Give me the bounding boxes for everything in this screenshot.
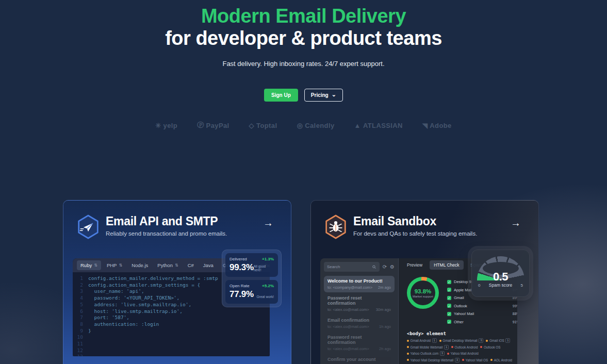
line-number: 2: [73, 282, 88, 289]
spam-score-widget: 0.5 0 Spam score 5: [471, 250, 530, 297]
language-tab[interactable]: C#: [184, 260, 198, 270]
checkbox-checked-icon[interactable]: ✓: [447, 296, 451, 300]
checkbox-checked-icon[interactable]: ✓: [447, 280, 451, 284]
client-name: Yahoo! Mail Desktop Webmail: [411, 358, 454, 362]
code-text: address: 'live.smtp.mailtrap.io',: [88, 302, 191, 308]
stat-note: All good here!: [254, 264, 274, 272]
legend-label: Outlook: [454, 304, 467, 308]
client-badge: Outlook Android: [451, 345, 478, 349]
email-recipient: to: <company@mail.com>: [327, 285, 372, 290]
delivery-stats-overlay: Delivered +1.3% 99.3% All good here! Ope…: [222, 250, 282, 307]
email-subject: Password reset confirmation: [327, 295, 391, 306]
customer-logo: ✳ yelp: [155, 122, 177, 129]
email-subject: Welcome to our Product!: [327, 278, 391, 284]
refresh-icon[interactable]: ⟳: [383, 264, 387, 270]
content-tab[interactable]: HTML Check: [430, 260, 463, 270]
email-list-item[interactable]: Confirm your account to: <alex.co@mail.c…: [324, 354, 395, 364]
client-badges: Gmail Android 1 Gmail Desktop Webmail 3: [407, 338, 517, 364]
checkbox-checked-icon[interactable]: ✓: [447, 320, 451, 324]
content-tab[interactable]: Preview: [403, 260, 426, 270]
language-tab-label: Ruby: [80, 262, 92, 268]
brand-icon: Ⓟ: [197, 121, 204, 130]
code-text: port: '587',: [88, 315, 129, 321]
code-line: 11: [73, 341, 270, 348]
client-name: Outlook OS: [484, 345, 501, 349]
pricing-button-label: Pricing: [311, 92, 329, 98]
email-sandbox-card[interactable]: Email Sandbox For devs and QAs to safely…: [310, 200, 539, 364]
legend-row[interactable]: ✓ Other 91%: [447, 318, 517, 326]
page-title: Modern Email Delivery for developer & pr…: [0, 5, 607, 49]
arrow-right-icon[interactable]: →: [263, 217, 273, 229]
email-sandbox-card-titles: Email Sandbox For devs and QAs to safely…: [353, 214, 477, 239]
brand-name: PayPal: [206, 122, 229, 129]
email-time: 2h ago: [379, 346, 391, 351]
issue-count: 3: [440, 351, 445, 356]
email-time: 2m ago: [378, 285, 391, 290]
checkbox-checked-icon[interactable]: ✓: [447, 288, 451, 292]
language-tab[interactable]: PHP ⇅: [103, 260, 126, 270]
sort-icon: ⇅: [175, 263, 178, 268]
search-box[interactable]: [324, 262, 380, 272]
gauge-min-label: 0: [478, 283, 480, 288]
status-dot: [480, 346, 482, 348]
signup-button[interactable]: Sign Up: [264, 89, 298, 102]
code-text: password: '<YOUR_API_TOKEN>',: [88, 295, 179, 302]
market-support-value: 93.8%: [415, 288, 432, 294]
code-line: 12: [73, 348, 270, 354]
customer-logo: ◇ Toptal: [249, 122, 277, 129]
hero-section: Modern Email Delivery for developer & pr…: [0, 0, 607, 130]
legend-label: Desktop 98: [454, 279, 473, 284]
line-number: 12: [73, 348, 88, 354]
spam-score-gauge: 0.5: [477, 256, 524, 280]
language-tab[interactable]: Java: [200, 260, 217, 270]
stat-note: Great work!: [256, 295, 274, 299]
email-api-card[interactable]: Email API and SMTP Reliably send transac…: [63, 200, 291, 364]
email-list-item[interactable]: Welcome to our Product! to: <company@mai…: [324, 276, 395, 292]
email-list-item[interactable]: Email confirmation to: <alex.co@mail.com…: [324, 315, 395, 332]
status-dot: [451, 346, 453, 348]
inbox-toolbar: ⟳ ⚙: [324, 262, 395, 272]
code-text: config.action_mailer.smtp_settings = {: [88, 282, 200, 289]
legend-row[interactable]: ✓ Yahoo! Mail 88%: [447, 310, 517, 318]
page-background: Modern Email Delivery for developer & pr…: [0, 0, 607, 364]
email-recipient: to: <alex.co@mail.com>: [327, 324, 369, 329]
checkbox-checked-icon[interactable]: ✓: [447, 304, 451, 308]
line-number: 7: [73, 315, 88, 321]
client-badge: Yahoo! Mail Desktop Webmail 3: [407, 358, 460, 362]
gear-icon[interactable]: ⚙: [390, 264, 395, 270]
email-list-item[interactable]: Password reset confirmation to: <alex.co…: [324, 332, 395, 354]
arrow-right-icon[interactable]: →: [511, 217, 521, 229]
gauge-max-label: 5: [521, 283, 523, 288]
client-name: Gmail Android: [411, 339, 431, 342]
language-tab[interactable]: Ruby ⇅: [77, 260, 101, 270]
client-name: Gmail Mobile Webmail: [411, 345, 443, 349]
code-line: 13: [73, 354, 270, 356]
paper-plane-hexagon-icon: [77, 214, 100, 239]
stat-card: Delivered +1.3% 99.3% All good here!: [225, 253, 278, 277]
brand-name: Adobe: [430, 122, 451, 129]
email-api-card-title: Email API and SMTP: [106, 214, 227, 228]
search-icon: [372, 265, 376, 269]
client-badge: Gmail Desktop Webmail 3: [439, 338, 484, 343]
customer-logo: Ⓟ PayPal: [197, 121, 229, 130]
code-line: 9 }: [73, 328, 270, 335]
language-tab[interactable]: Python ⇅: [154, 260, 182, 270]
status-dot: [407, 346, 409, 348]
stat-delta: +1.3%: [262, 257, 274, 261]
client-badge: Gmail iOS 1: [486, 338, 510, 343]
status-dot: [407, 353, 409, 355]
search-input[interactable]: [327, 264, 372, 269]
legend-row[interactable]: ✓ Outlook 99%: [447, 302, 517, 310]
checkbox-checked-icon[interactable]: ✓: [447, 312, 451, 316]
language-tab[interactable]: Node.js: [128, 260, 152, 270]
brand-icon: ◎: [297, 122, 303, 129]
email-sandbox-card-header: Email Sandbox For devs and QAs to safely…: [311, 201, 538, 239]
stat-delta: +5.2%: [262, 284, 274, 288]
status-dot: [486, 340, 488, 342]
client-name: AOL Android: [494, 358, 512, 362]
chevron-down-icon: ⌄: [332, 92, 336, 96]
email-list-item[interactable]: Password reset confirmation to: <alex.co…: [324, 293, 395, 315]
legend-percent: 88%: [513, 312, 517, 316]
pricing-button[interactable]: Pricing ⌄: [304, 89, 343, 102]
code-line: 10: [73, 334, 270, 341]
